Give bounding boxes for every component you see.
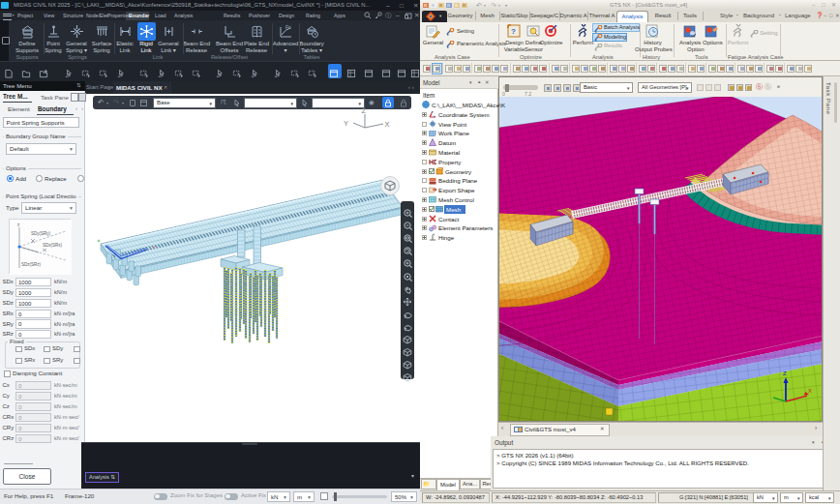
svg-text:SDz(SRz): SDz(SRz) <box>21 262 42 267</box>
svg-text:HD: HD <box>429 159 436 165</box>
svg-text:X: X <box>808 388 812 394</box>
svg-text:X: X <box>385 120 390 129</box>
svg-text:SDy(SRy): SDy(SRy) <box>31 231 51 236</box>
svg-text:?: ? <box>511 27 516 36</box>
svg-text:SDx(SRx): SDx(SRx) <box>43 243 63 248</box>
svg-text:Fn: Fn <box>285 24 291 30</box>
svg-text:Z: Z <box>362 106 367 115</box>
svg-text:Y: Y <box>344 119 348 128</box>
svg-text:Z: Z <box>783 371 787 376</box>
